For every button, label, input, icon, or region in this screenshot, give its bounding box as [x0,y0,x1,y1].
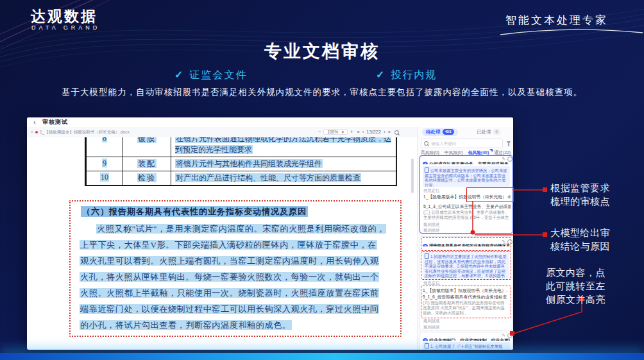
callout-rect-filename [466,187,514,202]
app-title: 审核测试 [42,117,68,127]
audit-point-ref[interactable]: 5_1_3_公司成立以来主营业务、主要产品或服务、主要经... [423,203,511,210]
card-number-badge: 2 [423,244,428,246]
audit-point-ref[interactable]: 5_1_6_报告期各期具有代表性的业务指标变动情况及原因 [423,294,507,300]
audit-card-2[interactable]: 2报告期各期具有代表性的业务指标变动情况及原因 ✎ 1.招股书内容主要描述了火照… [419,236,513,330]
audit-point-title: 公司成立以来主营业务、主要产品或服务、主要... [429,162,510,164]
first-page-button[interactable]: « [357,129,360,135]
unsaved-dot-icon [35,131,38,133]
logo-en: DATA GRAND [31,24,100,31]
expand-icon[interactable]: » [31,130,33,134]
pending-count-badge: 453 [443,129,454,135]
app-titlebar: ‹ 审核测试 [27,117,513,128]
tab-toolbar-row: »1_【脱敏用版本】招股说明书（炬长光电）.docx −100% ▾+ «‹13… [27,127,417,138]
source-excerpt[interactable]: (三) 公司成立以来主营业务、主要产品或服务、主要经营模式的演变情况 近5年，受… [423,210,511,221]
annotation-llm-conclusion: 大模型给出审核结论与原因 [550,226,612,253]
table-row: 10 检验 对产出的产品进行结构、性能、尺寸等方面的质量检查 [87,171,396,185]
last-page-button[interactable]: » [388,129,391,135]
logo-cn: 达观数据 [31,6,97,26]
process-table: 8 镀膜 在镜片元件表面通过物理或化学的方法沉积若干光学物质层，达到预定的光学性… [85,137,397,186]
bullet-csrc: ✓证监会文件 [174,69,247,82]
slide-description: 基于大模型能力，自动审核招股书是否满足相关外规内规文件的要求，审核点主要包括了披… [0,87,644,98]
card-number-badge: 1 [423,162,428,164]
search-box[interactable] [421,139,503,148]
tab-done[interactable]: 已处理0 [477,128,500,136]
annotation-source-jump: 原文内容，点此可跳转至左侧原文并高亮 [546,266,607,306]
page-indicator: 13/222 [366,129,381,135]
audit-card-3[interactable]: 3行业主管部门、行业监管体制、行业主要法律法... ✎ 1. 公司披露了《"十四… [419,332,513,350]
doc-scrollbar[interactable] [411,159,414,193]
bullet-internal: ✓投行内规 [376,69,437,82]
section6-heading: （六）报告期各期具有代表性的业务指标变动情况及原因 [81,206,308,218]
bottom-glow-bar [0,353,644,360]
zoom-in-button[interactable]: + [350,129,353,135]
edit-icon[interactable]: ✎ [502,333,505,338]
source-file-link[interactable]: 1_【脱敏用版本】招股说明书（炬长光电）.docx [423,287,507,294]
doc-icon [425,253,429,259]
zoom-out-button[interactable]: − [318,129,321,135]
done-count-badge: 0 [493,129,500,135]
rule-desc-label[interactable]: 规则描述 [423,318,440,324]
tab-pending[interactable]: 待处理453 [422,128,458,136]
edit-icon[interactable]: ✎ [502,239,505,244]
audit-point-title: 报告期各期具有代表性的业务指标变动情况及原因 [429,243,510,246]
page-title: 专业文档审核 [0,40,644,63]
edit-icon[interactable]: ✎ [502,157,505,161]
review-panel: 待处理453 已处理0 高风险(0) 中风险(0) 低风险(40) 通过(22)… [417,127,513,350]
rule-desc-label[interactable]: 规则描述 [423,228,440,234]
audit-point-title: 行业主管部门、行业监管体制、行业主要法律法... [429,338,510,341]
table-row: 9 装配 将镜片元件与其他构件共同组装成光学组件 [87,157,396,171]
rule-desc-label[interactable]: 规则描述 [423,222,440,228]
next-page-button[interactable]: › [384,129,386,135]
card-number-badge: 3 [423,338,428,341]
slide: 达观数据 DATA GRAND 智能文本处理专家 专业文档审核 ✓证监会文件 ✓… [0,0,644,360]
tagline-underline [499,27,644,37]
doc-icon [425,343,429,348]
audit-result: 1.招股书内容主要描述了火照的制作和使用过程，没有涉及具有代表性的业务指标，因此… [423,252,509,279]
highlight-annotation-box: （六）报告期各期具有代表性的业务指标变动情况及原因 火照又称"试片"，是用来测定… [69,200,402,337]
search-icon[interactable] [394,130,399,135]
dismiss-icon[interactable] [507,157,513,162]
doc-toolbar: −100% ▾+ «‹13/222›» [317,127,400,137]
search-icon [424,141,428,146]
source-excerpt[interactable]: (六) 报告期各期具有代表性的业务指标变动情况及原因 火照又称"试片"，是用来测… [423,300,507,316]
dismiss-icon[interactable] [507,239,513,244]
doc-icon [425,167,429,173]
section6-body[interactable]: 火照又称"试片"，是用来测定窑内温度的。宋窑的火照是利用碗坯改做的， 上平下尖，… [80,222,395,334]
file-tab[interactable]: »1_【脱敏用版本】招股说明书（炬长光电）.docx [31,127,130,137]
tagline: 智能文本处理专家 [505,13,608,28]
rule-desc-label[interactable]: 规则描述 [423,325,440,330]
check-icon: ✓ [376,69,386,80]
section7-heading: （七）主要产品和业务符合产业政策和国家经济发展战略的情况 [80,346,333,347]
info-locate-label: 信息定位 [423,188,440,194]
zoom-level[interactable]: 100% ▾ [323,129,348,135]
check-icon: ✓ [174,69,184,80]
chevron-down-icon: ▾ [342,130,344,134]
annotation-audit-points: 根据监管要求梳理的审核点 [550,181,612,208]
prev-page-button[interactable]: ‹ [362,129,364,135]
audit-result: 公司未披露主营业务的演变情况；公司未披露主营业务的模式或版本；公司未披露主营业务… [423,166,510,187]
search-input[interactable] [430,139,502,148]
document-viewer[interactable]: 8 镀膜 在镜片元件表面通过物理或化学的方法沉积若干光学物质层，达到预定的光学性… [27,137,417,347]
app-window: ‹ 审核测试 »1_【脱敏用版本】招股说明书（炬长光电）.docx −100% … [27,117,513,350]
dismiss-icon[interactable] [507,333,513,338]
back-icon[interactable]: ‹ [33,117,36,126]
filter-funnel-icon[interactable] [507,141,511,144]
table-row: 8 镀膜 在镜片元件表面通过物理或化学的方法沉积若干光学物质层，达到预定的光学性… [87,137,396,157]
audit-result: 1. 公司披露了《"十四五"智能制造发展规划》（中国... [423,342,510,350]
